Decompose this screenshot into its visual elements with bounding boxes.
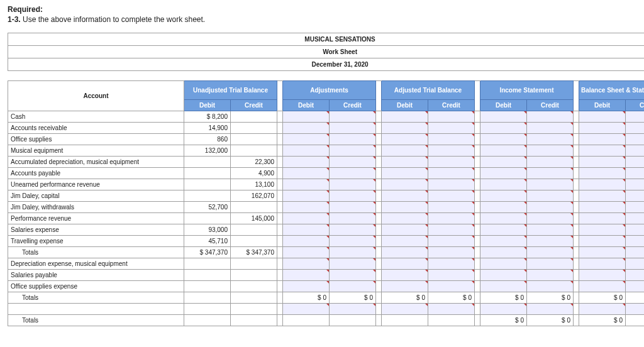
input-cell[interactable] — [527, 123, 574, 134]
input-cell[interactable] — [283, 190, 330, 202]
input-cell[interactable] — [428, 145, 475, 157]
input-cell[interactable] — [527, 224, 574, 236]
input-cell[interactable] — [527, 111, 574, 123]
input-cell[interactable] — [283, 213, 330, 224]
input-cell[interactable] — [527, 270, 574, 281]
input-cell[interactable] — [330, 111, 376, 123]
input-cell[interactable] — [527, 190, 574, 202]
input-cell[interactable] — [480, 224, 527, 236]
input-cell[interactable] — [330, 134, 376, 145]
input-cell[interactable] — [330, 304, 376, 315]
input-cell[interactable] — [283, 179, 330, 190]
input-cell[interactable] — [626, 111, 645, 123]
input-cell[interactable] — [579, 202, 626, 213]
input-cell[interactable] — [428, 304, 475, 315]
input-cell[interactable] — [480, 111, 527, 123]
input-cell[interactable] — [579, 213, 626, 224]
input-cell[interactable] — [283, 202, 330, 213]
input-cell[interactable] — [382, 236, 428, 247]
input-cell[interactable] — [626, 247, 645, 258]
input-cell[interactable] — [330, 145, 376, 157]
input-cell[interactable] — [330, 168, 376, 179]
input-cell[interactable] — [480, 145, 527, 157]
input-cell[interactable] — [480, 202, 527, 213]
input-cell[interactable] — [579, 281, 626, 292]
input-cell[interactable] — [382, 258, 428, 270]
input-cell[interactable] — [330, 123, 376, 134]
input-cell[interactable] — [330, 179, 376, 190]
input-cell[interactable] — [527, 213, 574, 224]
input-cell[interactable] — [626, 145, 645, 157]
input-cell[interactable] — [579, 236, 626, 247]
input-cell[interactable] — [428, 123, 475, 134]
input-cell[interactable] — [626, 236, 645, 247]
input-cell[interactable] — [480, 168, 527, 179]
input-cell[interactable] — [626, 304, 645, 315]
input-cell[interactable] — [428, 258, 475, 270]
input-cell[interactable] — [527, 247, 574, 258]
input-cell[interactable] — [527, 179, 574, 190]
input-cell[interactable] — [626, 179, 645, 190]
input-cell[interactable] — [382, 281, 428, 292]
input-cell[interactable] — [480, 281, 527, 292]
input-cell[interactable] — [428, 157, 475, 168]
input-cell[interactable] — [330, 224, 376, 236]
input-cell[interactable] — [428, 281, 475, 292]
input-cell[interactable] — [428, 247, 475, 258]
input-cell[interactable] — [428, 179, 475, 190]
input-cell[interactable] — [527, 145, 574, 157]
input-cell[interactable] — [428, 111, 475, 123]
input-cell[interactable] — [283, 157, 330, 168]
input-cell[interactable] — [283, 123, 330, 134]
input-cell[interactable] — [579, 224, 626, 236]
input-cell[interactable] — [626, 168, 645, 179]
input-cell[interactable] — [579, 258, 626, 270]
input-cell[interactable] — [330, 190, 376, 202]
input-cell[interactable] — [527, 281, 574, 292]
input-cell[interactable] — [382, 224, 428, 236]
input-cell[interactable] — [382, 202, 428, 213]
input-cell[interactable] — [283, 111, 330, 123]
input-cell[interactable] — [382, 168, 428, 179]
input-cell[interactable] — [382, 134, 428, 145]
input-cell[interactable] — [579, 145, 626, 157]
input-cell[interactable] — [480, 157, 527, 168]
input-cell[interactable] — [382, 145, 428, 157]
input-cell[interactable] — [330, 270, 376, 281]
input-cell[interactable] — [579, 157, 626, 168]
input-cell[interactable] — [428, 270, 475, 281]
input-cell[interactable] — [283, 224, 330, 236]
input-cell[interactable] — [579, 270, 626, 281]
input-cell[interactable] — [527, 157, 574, 168]
input-cell[interactable] — [283, 247, 330, 258]
input-cell[interactable] — [283, 304, 330, 315]
input-cell[interactable] — [626, 202, 645, 213]
input-cell[interactable] — [480, 190, 527, 202]
input-cell[interactable] — [382, 157, 428, 168]
input-cell[interactable] — [626, 157, 645, 168]
input-cell[interactable] — [579, 247, 626, 258]
input-cell[interactable] — [579, 179, 626, 190]
input-cell[interactable] — [283, 270, 330, 281]
input-cell[interactable] — [330, 247, 376, 258]
input-cell[interactable] — [480, 258, 527, 270]
input-cell[interactable] — [330, 281, 376, 292]
input-cell[interactable] — [480, 247, 527, 258]
input-cell[interactable] — [527, 168, 574, 179]
input-cell[interactable] — [527, 236, 574, 247]
input-cell[interactable] — [428, 213, 475, 224]
input-cell[interactable] — [330, 202, 376, 213]
input-cell[interactable] — [330, 157, 376, 168]
input-cell[interactable] — [480, 236, 527, 247]
input-cell[interactable] — [579, 111, 626, 123]
input-cell[interactable] — [527, 258, 574, 270]
input-cell[interactable] — [480, 213, 527, 224]
input-cell[interactable] — [382, 270, 428, 281]
input-cell[interactable] — [527, 202, 574, 213]
input-cell[interactable] — [382, 111, 428, 123]
input-cell[interactable] — [579, 123, 626, 134]
input-cell[interactable] — [527, 304, 574, 315]
input-cell[interactable] — [283, 236, 330, 247]
input-cell[interactable] — [428, 190, 475, 202]
input-cell[interactable] — [283, 281, 330, 292]
